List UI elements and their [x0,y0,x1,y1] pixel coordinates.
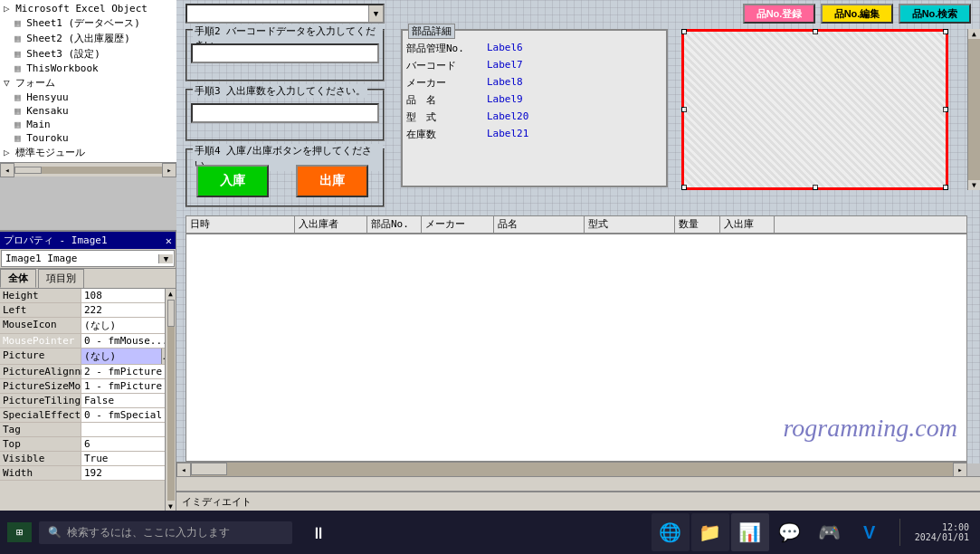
right-panel: 品No.登録 品No.編集 品No.検索 ▼ 手順2 バーコードデータを入力して… [176,0,980,511]
tree-item-icon: ▦ [14,119,26,130]
props-close-button[interactable]: ✕ [166,234,172,247]
step3-input[interactable] [191,103,379,123]
image-vscroll[interactable]: ▲ ▼ [967,29,980,190]
nyuko-button[interactable]: 入庫 [196,165,269,197]
props-vscroll[interactable]: ▲ ▼ [165,289,176,511]
props-row-picturealignnme[interactable]: PictureAlignnme 2 - fmPicture [0,365,176,379]
props-value[interactable]: 0 - fmSpecial [81,408,176,422]
props-value[interactable]: 6 [81,437,176,451]
props-value[interactable]: 0 - fmMouse... [81,334,176,348]
props-row-visible[interactable]: Visible True [0,452,176,466]
tree-item-touroku[interactable]: ▦ Touroku [2,131,175,145]
hscroll-right[interactable]: ▸ [162,163,176,177]
props-row-top[interactable]: Top 6 [0,437,176,452]
syuko-button[interactable]: 出庫 [296,165,368,197]
props-value[interactable]: (なし) [81,349,161,364]
props-value[interactable]: True [81,452,176,465]
props-value[interactable]: 192 [81,466,176,480]
bscroll-thumb[interactable] [191,463,227,475]
tree-item-icon: ▦ [14,132,26,144]
excel-icon[interactable]: 📊 [731,513,769,551]
step2-input[interactable] [191,43,379,63]
teams-icon[interactable]: 💬 [771,513,809,551]
props-row-mouseicon[interactable]: MouseIcon (なし) [0,318,176,334]
parts-field-value: Label7 [487,59,662,72]
tree-item-label: Touroku [26,132,68,144]
props-value[interactable]: 108 [81,289,176,302]
grid-header-品名: 品名 [494,216,585,233]
tree-item-kensaku[interactable]: ▦ Kensaku [2,104,175,118]
props-value[interactable]: (なし) [81,318,176,333]
top-combo-box[interactable]: ▼ [186,4,385,24]
props-row-specialeffect[interactable]: SpecialEffect 0 - fmSpecial [0,408,176,423]
props-row-picturetiling[interactable]: PictureTiling False [0,394,176,408]
start-icon: ⊞ [16,526,23,539]
bscroll-right[interactable]: ▸ [953,463,967,477]
props-key: Visible [0,452,81,465]
hinno-touroku-button[interactable]: 品No.登録 [743,4,815,24]
props-row-height[interactable]: Height 108 [0,289,176,303]
imgscroll-track[interactable] [968,39,980,180]
props-tab-items[interactable]: 項目別 [38,269,84,288]
tree-item-hensyuu[interactable]: ▦ Hensyuu [2,91,175,104]
tree-item-sheet2[interactable]: ▦ Sheet2 (入出庫履歴) [2,31,175,46]
props-value[interactable]: False [81,394,176,407]
taskbar-divider [899,519,900,546]
start-button[interactable]: ⊞ [7,522,32,542]
parts-field-label: 型 式 [406,110,483,124]
top-combo-arrow[interactable]: ▼ [368,5,383,22]
hscroll-track[interactable] [14,167,162,174]
props-row-width[interactable]: Width 192 [0,466,176,481]
bscroll-left[interactable]: ◂ [176,463,191,477]
props-value[interactable] [81,423,176,436]
status-bar [176,476,980,491]
image-bg-pattern [684,32,946,187]
props-object-name: Image1 Image [3,252,158,265]
props-row-picturesizemoc[interactable]: PictureSizeMoc 1 - fmPicture [0,379,176,394]
edge-icon[interactable]: 🌐 [652,513,690,551]
vscroll-thumb[interactable] [167,300,175,327]
hscroll-thumb[interactable] [14,167,42,174]
tree-item-main[interactable]: ▦ Main [2,118,175,131]
tree-item-icon: ▽ [4,77,15,89]
hscroll-left[interactable]: ◂ [0,163,14,177]
hinno-henshu-button[interactable]: 品No.編集 [821,4,893,24]
parts-field-value: Label9 [487,93,662,107]
step2-frame: 手順2 バーコードデータを入力してください。 [186,29,385,81]
bscroll-track[interactable] [191,463,953,476]
tree-item-standard-module[interactable]: ▷ 標準モジュール [2,145,175,160]
imgscroll-up[interactable]: ▲ [968,29,980,39]
props-row-left[interactable]: Left 222 [0,303,176,318]
tree-item-forms[interactable]: ▽ フォーム [2,75,175,91]
tree-item-icon: ▦ [14,91,26,103]
tree-item-sheet3[interactable]: ▦ Sheet3 (設定) [2,46,175,62]
vscroll-down[interactable]: ▼ [167,501,174,511]
vscode-icon[interactable]: V [851,513,889,551]
props-object-combo[interactable]: Image1 Image ▼ [1,250,175,267]
taskbar-search[interactable]: 🔍 検索するには、ここに入力します [39,521,292,544]
props-key: SpecialEffect [0,408,81,422]
props-key: Width [0,466,81,480]
tree-item-icon: ▦ [14,17,26,29]
props-combo-dropdown[interactable]: ▼ [158,254,173,263]
imgscroll-down[interactable]: ▼ [968,180,980,190]
tree-item-thisworkbook[interactable]: ▦ ThisWorkbook [2,62,175,75]
props-tab-all[interactable]: 全体 [0,269,36,288]
vscroll-up[interactable]: ▲ [167,289,174,299]
tree-item-sheet1[interactable]: ▦ Sheet1 (データベース) [2,15,175,31]
props-row-tag[interactable]: Tag [0,423,176,437]
taskview-button[interactable]: ⏸ [300,513,338,551]
store-icon[interactable]: 🎮 [811,513,849,551]
props-value[interactable]: 1 - fmPicture [81,379,176,393]
props-row-mousepointer[interactable]: MousePointer 0 - fmMouse... [0,334,176,349]
props-value[interactable]: 222 [81,303,176,317]
image1-control[interactable] [681,29,948,190]
props-value[interactable]: 2 - fmPicture [81,365,176,378]
hinno-kensaku-button[interactable]: 品No.検索 [899,4,971,24]
props-row-picture[interactable]: Picture (なし) ... [0,349,176,365]
grid-data-area[interactable]: rogramming.com [186,234,967,462]
explorer-icon[interactable]: 📁 [691,513,729,551]
tree-item-excel-root[interactable]: ▷ Microsoft Excel Object [2,2,175,15]
vscroll-track[interactable] [167,300,175,501]
taskbar: ⊞ 🔍 検索するには、ここに入力します ⏸ 🌐 📁 📊 💬 🎮 [0,511,980,554]
